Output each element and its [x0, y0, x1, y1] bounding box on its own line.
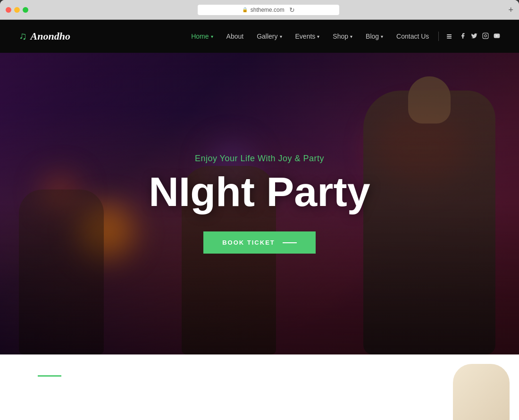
nav-item-gallery: Gallery ▾ — [251, 29, 287, 44]
nav-divider — [438, 32, 439, 41]
nav-link-about[interactable]: About — [221, 29, 250, 44]
browser-window: 🔒 shtheme.com ↻ + ♫ Anondho Home ▾ — [0, 0, 519, 420]
chevron-down-icon: ▾ — [350, 34, 352, 39]
hero-subtitle: Enjoy Your Life With Joy & Party — [149, 154, 370, 164]
nav-item-blog: Blog ▾ — [360, 29, 389, 44]
social-icons — [460, 33, 500, 41]
browser-chrome: 🔒 shtheme.com ↻ + — [0, 0, 519, 20]
chevron-down-icon: ▾ — [211, 34, 213, 39]
nav-item-contact: Contact Us — [391, 29, 435, 44]
address-bar: 🔒 shtheme.com ↻ — [32, 5, 504, 15]
minimize-button[interactable] — [14, 7, 20, 13]
nav-item-shop: Shop ▾ — [327, 29, 358, 44]
fullscreen-button[interactable] — [23, 7, 28, 13]
hero-section: Enjoy Your Life With Joy & Party NIght P… — [0, 53, 519, 354]
url-text: shtheme.com — [251, 7, 285, 13]
twitter-icon[interactable] — [471, 33, 477, 41]
hero-title: NIght Party — [149, 171, 370, 213]
url-bar[interactable]: 🔒 shtheme.com ↻ — [198, 5, 339, 15]
traffic-lights — [6, 7, 28, 13]
nav-link-events[interactable]: Events ▾ — [290, 29, 326, 44]
nav-item-about: About — [221, 29, 250, 44]
nav-links: Home ▾ About Gallery ▾ — [185, 29, 435, 44]
website-content: ♫ Anondho Home ▾ About Galler — [0, 20, 519, 420]
brand-logo[interactable]: ♫ Anondho — [19, 30, 70, 42]
refresh-button[interactable]: ↻ — [289, 6, 295, 14]
music-note-icon: ♫ — [19, 30, 27, 42]
nav-link-home[interactable]: Home ▾ — [185, 29, 218, 44]
chevron-down-icon: ▾ — [381, 34, 383, 39]
new-tab-button[interactable]: + — [508, 6, 513, 14]
nav-link-contact[interactable]: Contact Us — [391, 29, 435, 44]
close-button[interactable] — [6, 7, 11, 13]
below-fold-section — [0, 354, 519, 420]
hero-content: Enjoy Your Life With Joy & Party NIght P… — [149, 154, 370, 254]
svg-rect-0 — [483, 33, 488, 39]
below-fold-right-decoration — [425, 354, 519, 420]
hamburger-menu[interactable]: ≡ — [446, 31, 452, 42]
brand-name: Anondho — [31, 30, 70, 42]
nav-item-events: Events ▾ — [290, 29, 326, 44]
facebook-icon[interactable] — [460, 33, 466, 41]
chevron-down-icon: ▾ — [280, 34, 282, 39]
cta-line-decoration — [283, 242, 297, 243]
lock-icon: 🔒 — [242, 7, 248, 12]
nav-link-shop[interactable]: Shop ▾ — [327, 29, 358, 44]
book-ticket-button[interactable]: BOOK TICKET — [203, 231, 316, 254]
nav-link-blog[interactable]: Blog ▾ — [360, 29, 389, 44]
green-accent-line — [38, 375, 61, 377]
guitar-silhouette — [453, 364, 510, 420]
instagram-icon[interactable] — [482, 33, 489, 41]
youtube-icon[interactable] — [494, 33, 500, 41]
nav-item-home: Home ▾ — [185, 29, 218, 44]
nav-link-gallery[interactable]: Gallery ▾ — [251, 29, 287, 44]
chevron-down-icon: ▾ — [317, 34, 319, 39]
navbar: ♫ Anondho Home ▾ About Galler — [0, 20, 519, 53]
